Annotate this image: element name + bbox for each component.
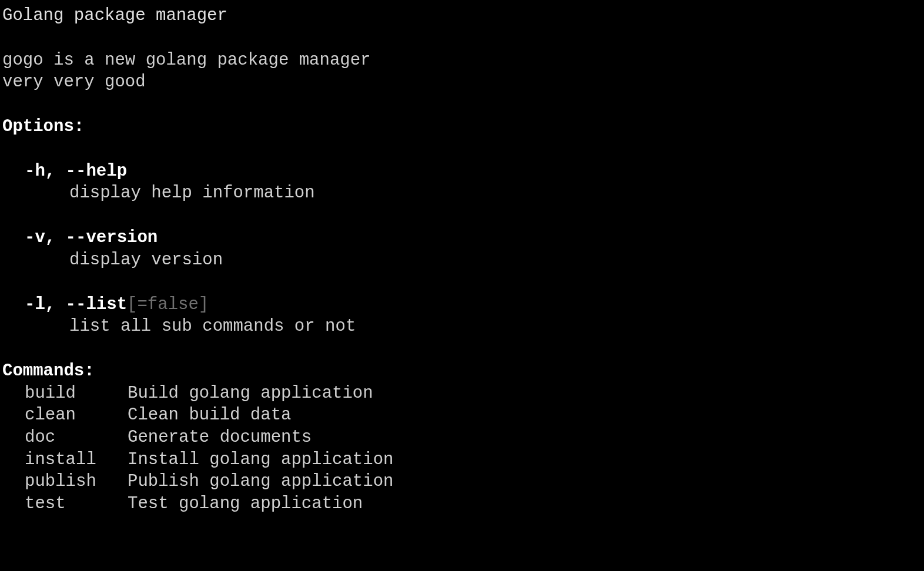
command-name: test bbox=[25, 493, 128, 515]
command-doc: doc Generate documents bbox=[25, 426, 922, 449]
description-line-1: gogo is a new golang package manager bbox=[2, 49, 922, 72]
command-desc: Generate documents bbox=[128, 426, 312, 449]
option-help: -h, --help display help information bbox=[2, 160, 922, 204]
option-desc-help: display help information bbox=[2, 182, 922, 204]
command-desc: Test golang application bbox=[128, 493, 363, 515]
app-description: gogo is a new golang package manager ver… bbox=[2, 49, 922, 93]
options-header: Options: bbox=[2, 116, 922, 138]
command-clean: clean Clean build data bbox=[25, 404, 922, 426]
command-publish: publish Publish golang application bbox=[25, 471, 922, 493]
command-desc: Clean build data bbox=[128, 404, 291, 426]
commands-list: build Build golang application clean Cle… bbox=[2, 382, 922, 515]
command-desc: Install golang application bbox=[128, 449, 393, 471]
option-flag-help: -h, --help bbox=[2, 160, 922, 183]
option-version: -v, --version display version bbox=[2, 227, 922, 271]
command-name: build bbox=[25, 382, 128, 405]
command-install: install Install golang application bbox=[25, 449, 922, 471]
command-name: publish bbox=[25, 471, 128, 493]
command-build: build Build golang application bbox=[25, 382, 922, 405]
option-flag-version: -v, --version bbox=[2, 227, 922, 249]
option-flag-text: -l, --list bbox=[25, 295, 127, 314]
option-flag-list: -l, --list[=false] bbox=[2, 294, 922, 316]
option-desc-version: display version bbox=[2, 249, 922, 271]
commands-header: Commands: bbox=[2, 360, 922, 382]
command-name: clean bbox=[25, 404, 128, 426]
command-desc: Publish golang application bbox=[128, 471, 393, 493]
command-desc: Build golang application bbox=[128, 382, 373, 405]
option-flag-text: -v, --version bbox=[25, 228, 158, 247]
option-desc-list: list all sub commands or not bbox=[2, 315, 922, 338]
option-list: -l, --list[=false] list all sub commands… bbox=[2, 294, 922, 338]
app-title: Golang package manager bbox=[2, 5, 922, 27]
option-flag-text: -h, --help bbox=[25, 162, 127, 181]
command-name: install bbox=[25, 449, 128, 471]
command-test: test Test golang application bbox=[25, 493, 922, 515]
description-line-2: very very good bbox=[2, 71, 922, 93]
command-name: doc bbox=[25, 426, 128, 449]
option-default-list: [=false] bbox=[127, 295, 209, 314]
